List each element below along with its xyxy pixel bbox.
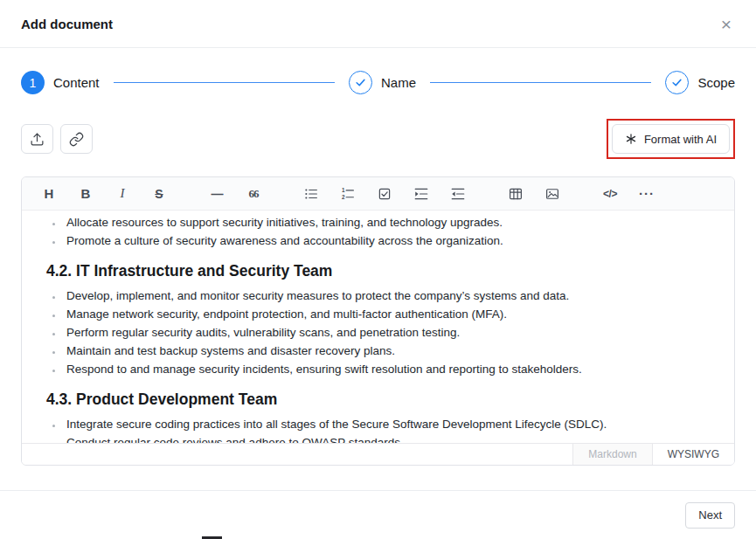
step-scope[interactable]: Scope xyxy=(665,71,735,94)
ordered-list-icon: 12 xyxy=(340,186,356,202)
step-content[interactable]: 1 Content xyxy=(21,71,100,94)
format-with-ai-button[interactable]: Format with AI xyxy=(612,124,730,154)
outdent-button[interactable] xyxy=(445,182,471,206)
step-name-label: Name xyxy=(381,75,416,90)
bold-icon: B xyxy=(81,186,91,201)
next-button[interactable]: Next xyxy=(685,502,735,529)
annotation-highlight: Format with AI xyxy=(607,119,735,159)
wysiwyg-tab[interactable]: WYSIWYG xyxy=(652,444,734,465)
code-block-button[interactable]: </> xyxy=(597,182,623,206)
ai-sparkle-icon xyxy=(625,133,637,145)
strikethrough-button[interactable]: S xyxy=(146,182,172,206)
step-number-badge: 1 xyxy=(21,71,45,94)
stepper: 1 Content Name Scope xyxy=(0,71,756,94)
bullet-list: Develop, implement, and monitor security… xyxy=(46,287,720,378)
section-heading: 4.3. Product Development Team xyxy=(46,389,720,410)
modal-footer: Next xyxy=(0,490,756,539)
list-item: Perform regular security audits, vulnera… xyxy=(64,323,720,342)
check-icon xyxy=(349,71,372,94)
strikethrough-icon: S xyxy=(155,187,163,201)
section-heading: 4.2. IT Infrastructure and Security Team xyxy=(46,260,720,281)
code-block-icon: </> xyxy=(603,188,617,200)
blockquote-icon: 66 xyxy=(249,187,259,201)
bullet-list-icon xyxy=(303,186,319,202)
italic-button[interactable]: I xyxy=(109,182,135,206)
format-with-ai-label: Format with AI xyxy=(644,133,717,146)
add-document-modal: Add document × 1 Content Name Scope xyxy=(0,0,756,466)
indent-button[interactable] xyxy=(408,182,434,206)
bullet-list: Integrate secure coding practices into a… xyxy=(46,415,720,443)
step-content-label: Content xyxy=(53,75,100,90)
upload-button[interactable] xyxy=(21,124,53,154)
heading-button[interactable]: H xyxy=(36,182,62,206)
italic-icon: I xyxy=(121,186,125,201)
list-item: Respond to and manage security incidents… xyxy=(64,360,720,378)
step-connector xyxy=(114,82,335,83)
list-item: Allocate resources to support security i… xyxy=(64,213,720,231)
list-item: Maintain and test backup systems and dis… xyxy=(64,342,720,360)
bullet-list-button[interactable] xyxy=(298,182,324,206)
markdown-editor: H B I S — 66 12 xyxy=(21,176,735,466)
list-item: Manage network security, endpoint protec… xyxy=(64,305,720,323)
link-button[interactable] xyxy=(60,124,93,154)
step-name[interactable]: Name xyxy=(349,71,416,94)
editor-mode-bar: Markdown WYSIWYG xyxy=(22,443,734,465)
image-icon xyxy=(544,186,560,202)
list-item: Integrate secure coding practices into a… xyxy=(64,415,720,433)
heading-icon: H xyxy=(45,186,54,201)
task-list-icon xyxy=(377,186,392,202)
modal-header: Add document × xyxy=(0,0,756,48)
table-icon xyxy=(508,186,524,202)
horizontal-rule-button[interactable]: — xyxy=(204,182,230,206)
blockquote-button[interactable]: 66 xyxy=(240,182,267,206)
svg-text:2: 2 xyxy=(342,194,345,200)
link-icon xyxy=(69,132,84,147)
upload-icon xyxy=(30,132,45,147)
svg-text:1: 1 xyxy=(342,187,345,193)
actions-row: Format with AI xyxy=(0,119,756,159)
list-item: Conduct regular code reviews and adhere … xyxy=(64,433,720,443)
indent-icon xyxy=(413,186,429,202)
step-connector xyxy=(430,82,651,83)
outdent-icon xyxy=(450,186,466,202)
table-button[interactable] xyxy=(503,182,529,206)
modal-title: Add document xyxy=(21,17,113,31)
task-list-button[interactable] xyxy=(371,182,398,206)
more-icon: ··· xyxy=(639,186,655,201)
markdown-tab[interactable]: Markdown xyxy=(572,444,651,465)
horizontal-rule-icon: — xyxy=(212,187,223,201)
close-icon[interactable]: × xyxy=(718,13,735,35)
bullet-list: Allocate resources to support security i… xyxy=(46,213,720,250)
step-scope-label: Scope xyxy=(697,75,735,90)
more-button[interactable]: ··· xyxy=(634,182,660,206)
step-number: 1 xyxy=(30,76,37,90)
ordered-list-button[interactable]: 12 xyxy=(335,182,361,206)
bold-button[interactable]: B xyxy=(73,182,99,206)
editor-toolbar: H B I S — 66 12 xyxy=(22,177,734,211)
image-button[interactable] xyxy=(539,182,565,206)
list-item: Develop, implement, and monitor security… xyxy=(64,287,720,305)
list-item: Promote a culture of security awareness … xyxy=(64,231,720,250)
editor-content[interactable]: Allocate resources to support security i… xyxy=(22,211,734,443)
check-icon xyxy=(665,71,689,94)
